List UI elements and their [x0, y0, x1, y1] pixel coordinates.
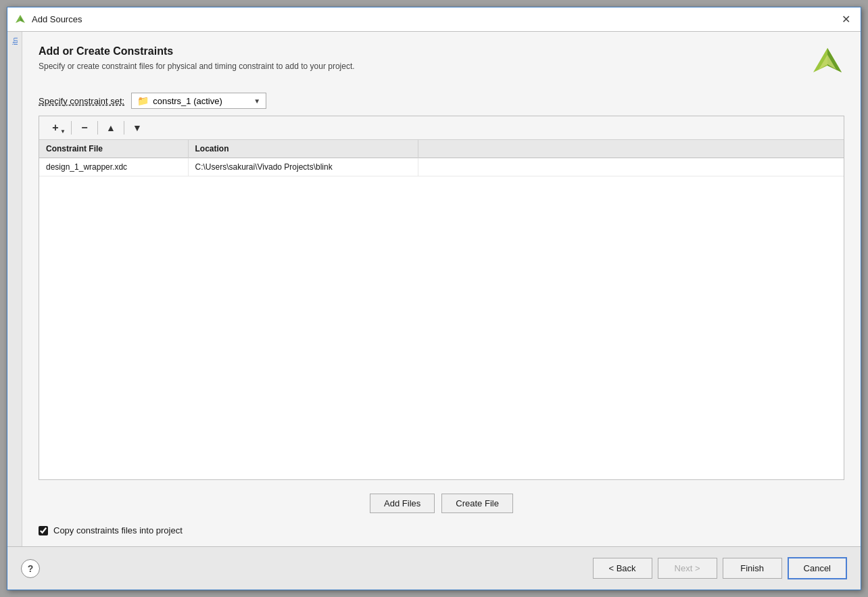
page-title: Add or Create Constraints [39, 45, 355, 57]
close-button[interactable]: ✕ [836, 10, 855, 29]
footer-right: < Back Next > Finish Cancel [593, 557, 847, 579]
move-down-button[interactable]: ▼ [128, 119, 147, 137]
constraint-set-row: Specify constraint set: 📁 constrs_1 (act… [39, 93, 844, 109]
remove-button[interactable]: − [75, 119, 94, 137]
minus-icon: − [81, 122, 87, 134]
action-buttons-row: Add Files Create File [39, 488, 844, 519]
constraints-table: Constraint File Location design_1_wrappe… [39, 140, 844, 176]
finish-button[interactable]: Finish [723, 558, 782, 579]
page-header: Add or Create Constraints Specify or cre… [39, 45, 844, 79]
toolbar: + ▼ − ▲ ▼ [39, 116, 844, 140]
col-header-constraint-file: Constraint File [39, 140, 188, 158]
chevron-down-icon: ▼ [254, 97, 260, 105]
arrow-up-icon: ▲ [106, 122, 116, 133]
cancel-button[interactable]: Cancel [788, 557, 847, 579]
constraint-set-label: Specify constraint set: [39, 96, 124, 106]
col-header-extra [418, 140, 844, 158]
next-button[interactable]: Next > [658, 558, 717, 579]
vivado-title-icon [14, 14, 26, 26]
checkbox-row: Copy constraints files into project [39, 519, 844, 546]
toolbar-separator-1 [71, 121, 72, 135]
title-bar: Add Sources ✕ [7, 7, 861, 32]
add-files-button[interactable]: Add Files [370, 494, 435, 513]
add-button[interactable]: + ▼ [43, 119, 68, 137]
folder-icon: 📁 [137, 95, 149, 106]
main-panel: Add or Create Constraints Specify or cre… [22, 32, 861, 546]
plus-icon: + [52, 122, 58, 134]
cell-constraint-file: design_1_wrapper.xdc [39, 158, 188, 176]
cell-location: C:\Users\sakurai\Vivado Projects\blink [188, 158, 418, 176]
help-button[interactable]: ? [21, 559, 40, 578]
sidebar-text: itnetnNltnnn [7, 32, 22, 51]
move-up-button[interactable]: ▲ [101, 119, 120, 137]
col-header-location: Location [188, 140, 418, 158]
footer-left: ? [21, 559, 40, 578]
copy-constraints-checkbox[interactable] [39, 526, 48, 535]
toolbar-separator-2 [97, 121, 98, 135]
page-subtitle: Specify or create constraint files for p… [39, 62, 355, 71]
table-header-row: Constraint File Location [39, 140, 844, 158]
dialog-window: Add Sources ✕ itnetnNltnnn Add or Create… [7, 7, 861, 590]
table-row[interactable]: design_1_wrapper.xdc C:\Users\sakurai\Vi… [39, 158, 844, 176]
window-title: Add Sources [32, 14, 82, 24]
arrow-down-icon: ▼ [132, 122, 142, 133]
create-file-button[interactable]: Create File [441, 494, 513, 513]
dialog-footer: ? < Back Next > Finish Cancel [7, 546, 861, 590]
dialog-body: itnetnNltnnn Add or Create Constraints S… [7, 32, 861, 546]
back-button[interactable]: < Back [593, 558, 652, 579]
constraint-set-dropdown[interactable]: 📁 constrs_1 (active) ▼ [131, 93, 266, 109]
copy-constraints-label[interactable]: Copy constraints files into project [53, 525, 183, 535]
table-container: + ▼ − ▲ ▼ [39, 116, 844, 480]
sidebar: itnetnNltnnn [7, 32, 22, 546]
add-dropdown-arrow: ▼ [60, 128, 66, 135]
vivado-logo [811, 45, 844, 79]
toolbar-separator-3 [124, 121, 124, 135]
page-header-text: Add or Create Constraints Specify or cre… [39, 45, 355, 71]
constraint-set-value: constrs_1 (active) [153, 96, 222, 106]
data-table: Constraint File Location design_1_wrappe… [39, 140, 844, 479]
cell-extra [418, 158, 844, 176]
title-bar-left: Add Sources [14, 14, 82, 26]
